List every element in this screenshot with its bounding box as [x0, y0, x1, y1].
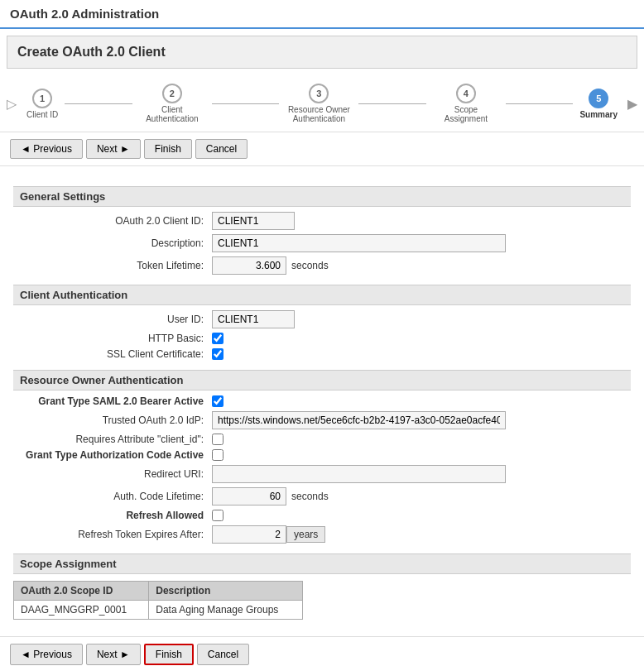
- scope-table-header-desc: Description: [149, 582, 303, 601]
- auth-code-lifetime-row: Auth. Code Lifetime: seconds: [13, 487, 631, 505]
- user-id-input[interactable]: [212, 310, 295, 328]
- scope-desc-cell: Data Aging Manage Groups: [149, 601, 303, 620]
- wizard-nav: ▷ 1 Client ID 2 Client Authentication 3 …: [0, 75, 644, 132]
- top-previous-button[interactable]: ◄ Previous: [10, 139, 83, 159]
- redirect-uri-row: Redirect URI:: [13, 465, 631, 483]
- user-id-row: User ID:: [13, 310, 631, 328]
- wizard-connector-4: [506, 103, 574, 104]
- wizard-step-label-5: Summary: [579, 110, 618, 119]
- bottom-finish-button[interactable]: Finish: [144, 644, 194, 665]
- wizard-step-1: 1 Client ID: [26, 89, 58, 119]
- bottom-next-button[interactable]: Next ►: [86, 644, 141, 665]
- refresh-expires-label: Refresh Token Expires After:: [13, 529, 212, 540]
- client-id-row: OAuth 2.0 Client ID:: [13, 212, 631, 230]
- wizard-step-2: 2 Client Authentication: [139, 84, 205, 123]
- http-basic-row: HTTP Basic:: [13, 333, 631, 344]
- bottom-cancel-button[interactable]: Cancel: [197, 644, 249, 665]
- http-basic-label: HTTP Basic:: [13, 333, 212, 344]
- trusted-idp-input[interactable]: [212, 411, 506, 429]
- refresh-allowed-checkbox[interactable]: [212, 510, 223, 521]
- client-id-input[interactable]: [212, 212, 295, 230]
- description-label: Description:: [13, 237, 212, 249]
- ssl-cert-label: SSL Client Certificate:: [13, 348, 212, 360]
- wizard-start-icon: ▷: [7, 96, 17, 112]
- wizard-connector-2: [212, 103, 280, 104]
- requires-attr-checkbox[interactable]: [212, 434, 223, 445]
- top-toolbar: ◄ Previous Next ► Finish Cancel: [0, 132, 644, 166]
- http-basic-checkbox[interactable]: [212, 333, 223, 344]
- top-finish-button[interactable]: Finish: [144, 139, 192, 159]
- ssl-cert-row: SSL Client Certificate:: [13, 348, 631, 360]
- auth-code-lifetime-unit: seconds: [291, 491, 329, 502]
- redirect-uri-label: Redirect URI:: [13, 468, 212, 480]
- wizard-step-num-5: 5: [589, 89, 608, 108]
- wizard-step-label-3: Resource Owner Authentication: [286, 105, 352, 123]
- wizard-end-icon: ▶: [627, 96, 637, 112]
- saml-active-label: Grant Type SAML 2.0 Bearer Active: [13, 395, 212, 407]
- panel-title: Create OAuth 2.0 Client: [17, 45, 627, 60]
- wizard-step-label-2: Client Authentication: [139, 105, 205, 123]
- auth-code-active-label: Grant Type Authorization Code Active: [13, 449, 212, 461]
- wizard-step-num-1: 1: [32, 89, 52, 108]
- wizard-step-num-3: 3: [309, 84, 329, 103]
- client-id-label: OAuth 2.0 Client ID:: [13, 215, 212, 227]
- scope-id-cell: DAAG_MNGGRP_0001: [14, 601, 149, 620]
- scope-table: OAuth 2.0 Scope ID Description DAAG_MNGG…: [13, 581, 303, 620]
- requires-attr-label: Requires Attribute "client_id":: [13, 434, 212, 445]
- requires-attr-row: Requires Attribute "client_id":: [13, 434, 631, 445]
- wizard-step-label-4: Scope Assignment: [433, 105, 499, 123]
- wizard-step-4: 4 Scope Assignment: [433, 84, 499, 123]
- refresh-expires-unit: years: [286, 526, 325, 543]
- wizard-step-num-2: 2: [162, 84, 182, 103]
- resource-owner-header: Resource Owner Authentication: [13, 370, 631, 390]
- table-row: DAAG_MNGGRP_0001 Data Aging Manage Group…: [14, 601, 303, 620]
- wizard-step-5: 5 Summary: [579, 89, 618, 119]
- token-lifetime-label: Token Lifetime:: [13, 260, 212, 271]
- client-auth-header: Client Authentication: [13, 285, 631, 305]
- description-input[interactable]: [212, 234, 506, 252]
- wizard-connector-3: [358, 103, 426, 104]
- token-lifetime-unit: seconds: [291, 260, 329, 271]
- top-next-button[interactable]: Next ►: [86, 139, 141, 159]
- user-id-label: User ID:: [13, 314, 212, 325]
- page-header: OAuth 2.0 Administration: [0, 0, 644, 29]
- auth-code-active-checkbox[interactable]: [212, 449, 223, 461]
- token-lifetime-row: Token Lifetime: seconds: [13, 256, 631, 275]
- ssl-cert-checkbox[interactable]: [212, 348, 223, 360]
- token-lifetime-input[interactable]: [212, 256, 286, 275]
- saml-active-checkbox[interactable]: [212, 395, 223, 407]
- wizard-step-label-1: Client ID: [26, 110, 58, 119]
- scope-assignment-header: Scope Assignment: [13, 553, 631, 574]
- trusted-idp-row: Trusted OAuth 2.0 IdP:: [13, 411, 631, 429]
- top-cancel-button[interactable]: Cancel: [195, 139, 248, 159]
- refresh-allowed-label: Refresh Allowed: [13, 510, 212, 521]
- auth-code-lifetime-input[interactable]: [212, 487, 286, 505]
- refresh-expires-input[interactable]: [212, 525, 286, 544]
- scope-table-section: OAuth 2.0 Scope ID Description DAAG_MNGG…: [13, 581, 631, 620]
- wizard-connector-1: [65, 103, 132, 104]
- description-row: Description:: [13, 234, 631, 252]
- panel: Create OAuth 2.0 Client: [7, 36, 637, 69]
- auth-code-lifetime-label: Auth. Code Lifetime:: [13, 491, 212, 502]
- main-content: General Settings OAuth 2.0 Client ID: De…: [0, 166, 644, 630]
- refresh-expires-row: Refresh Token Expires After: years: [13, 525, 631, 544]
- scope-table-header-id: OAuth 2.0 Scope ID: [14, 582, 149, 601]
- bottom-toolbar: ◄ Previous Next ► Finish Cancel: [0, 636, 644, 666]
- bottom-previous-button[interactable]: ◄ Previous: [10, 644, 83, 665]
- general-settings-header: General Settings: [13, 186, 631, 207]
- page-title: OAuth 2.0 Administration: [10, 7, 634, 21]
- trusted-idp-label: Trusted OAuth 2.0 IdP:: [13, 414, 212, 426]
- refresh-allowed-row: Refresh Allowed: [13, 510, 631, 521]
- wizard-step-3: 3 Resource Owner Authentication: [286, 84, 352, 123]
- saml-active-row: Grant Type SAML 2.0 Bearer Active: [13, 395, 631, 407]
- redirect-uri-input[interactable]: [212, 465, 506, 483]
- wizard-step-num-4: 4: [456, 84, 476, 103]
- wizard-steps: 1 Client ID 2 Client Authentication 3 Re…: [20, 84, 624, 123]
- auth-code-active-row: Grant Type Authorization Code Active: [13, 449, 631, 461]
